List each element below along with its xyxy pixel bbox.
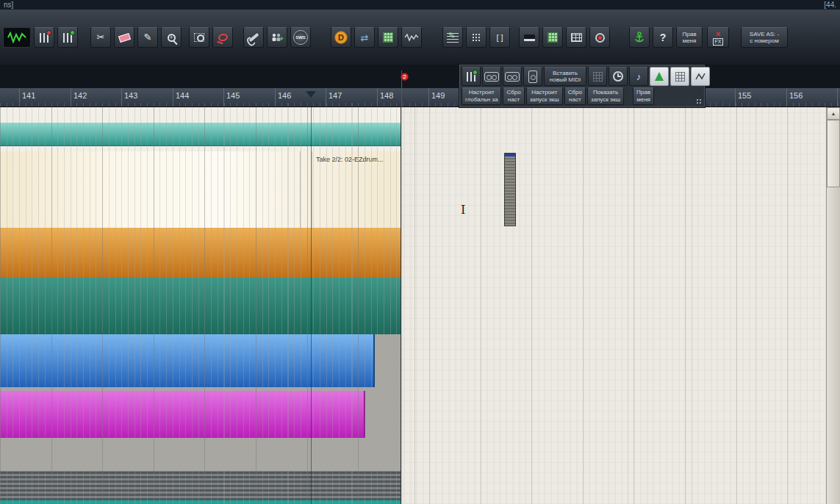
item-split-line xyxy=(312,151,312,228)
track-item-dark-teal[interactable] xyxy=(0,278,401,334)
scissors-icon: ✂ xyxy=(97,32,105,43)
mixer-green-button[interactable] xyxy=(57,27,78,48)
empty-grid-region[interactable]: I xyxy=(402,107,826,504)
app-logo xyxy=(3,27,31,48)
grid-snap-button[interactable] xyxy=(378,27,398,48)
fx-remove-button[interactable]: × FX xyxy=(707,27,729,48)
resize-grip[interactable] xyxy=(696,98,703,105)
midi-pencil-icon: ✎ xyxy=(447,33,459,43)
zoom-select-button[interactable] xyxy=(189,27,209,48)
sws-button[interactable]: SWS xyxy=(290,27,311,48)
button-label: Вставить xyxy=(553,70,578,76)
fx-label: FX xyxy=(713,38,724,46)
grouping-button[interactable] xyxy=(267,27,287,48)
tape-vertical-button[interactable] xyxy=(523,67,542,86)
tape-button-b[interactable] xyxy=(503,67,522,86)
floating-toolbar[interactable]: Вставить новый MIDI ♪ Настроитглобальн з… xyxy=(459,65,705,107)
playhead-triangle-icon[interactable] xyxy=(306,91,316,98)
sws-icon: SWS xyxy=(293,30,308,45)
midi-draw-button[interactable]: ✎ xyxy=(442,27,463,48)
piano-hammer-button[interactable] xyxy=(519,27,539,48)
settings-button[interactable] xyxy=(243,27,264,48)
action-button[interactable]: Показатьзапуск экш xyxy=(587,87,624,105)
mixer-red-button[interactable] xyxy=(34,27,54,48)
brackets-button[interactable]: [ ] xyxy=(489,27,510,48)
grid-light-button[interactable] xyxy=(670,67,689,86)
record-icon xyxy=(595,33,605,43)
magnifier-box-icon xyxy=(194,33,204,42)
track-item-cream[interactable]: Take 2/2: 02-EZdrum... xyxy=(0,151,401,228)
track-item-orange[interactable] xyxy=(0,228,401,278)
tape-reels-icon xyxy=(484,72,499,82)
note-button[interactable]: ♪ xyxy=(629,67,648,86)
metronome-button[interactable] xyxy=(650,67,669,86)
sub-header xyxy=(0,65,840,88)
float-toolbar-row1: Вставить новый MIDI ♪ xyxy=(462,67,711,86)
tape-reels-icon xyxy=(505,72,520,82)
table-icon xyxy=(571,33,582,42)
action-button[interactable]: Настроитглобальн за xyxy=(462,87,501,105)
cut-button[interactable]: ✂ xyxy=(90,27,111,48)
clock-button[interactable] xyxy=(609,67,628,86)
ruler-tick: 157 xyxy=(837,88,838,107)
ruler-tick: 147 xyxy=(326,88,326,107)
record-mode-button[interactable] xyxy=(589,27,610,48)
scrollbar-up-button[interactable]: ▲ xyxy=(827,107,840,120)
vertical-scrollbar[interactable]: ▲ xyxy=(826,107,840,504)
track-item-white[interactable] xyxy=(0,107,401,123)
waveform-logo-icon xyxy=(7,32,26,43)
red-x-icon: × xyxy=(716,30,720,37)
mixer-visibility-button[interactable] xyxy=(462,67,481,86)
button-label: меня xyxy=(683,37,697,44)
edit-rights-button[interactable]: Прав меня xyxy=(676,27,703,48)
tape-button-a[interactable] xyxy=(482,67,501,86)
zoom-in-button[interactable] xyxy=(161,27,182,48)
grid-snap-button-2[interactable] xyxy=(542,27,563,48)
track-item-blue[interactable] xyxy=(0,334,375,387)
green-grid-icon xyxy=(548,32,558,43)
track-items-region[interactable]: Take 2/2: 02-EZdrum... xyxy=(0,107,401,504)
action-button[interactable]: Сбронаст xyxy=(503,87,524,105)
arrows-icon: ⇄ xyxy=(361,33,369,43)
ruler-tick: 141 xyxy=(19,88,20,107)
ruler-tick: 144 xyxy=(173,88,173,107)
table-view-button[interactable] xyxy=(566,27,586,48)
toolbar-button-row: ✂ ✎ SWS D ⇄ ✎ [ ] xyxy=(3,27,791,48)
insert-midi-button[interactable]: Вставить новый MIDI xyxy=(544,67,586,86)
anchor-button[interactable] xyxy=(629,27,650,48)
scrollbar-thumb[interactable] xyxy=(827,120,840,187)
midi-item[interactable] xyxy=(504,153,516,226)
ruler-tick: 155 xyxy=(735,88,736,107)
timeline-ruler[interactable]: 141142143144145146147148149155156157 xyxy=(0,88,840,107)
help-button[interactable]: ? xyxy=(653,27,673,48)
docker-button[interactable]: D xyxy=(331,27,351,48)
draw-button[interactable]: ✎ xyxy=(137,27,158,48)
waveform-button[interactable] xyxy=(401,27,422,48)
grid-dots-button[interactable] xyxy=(466,27,487,48)
green-dot-icon xyxy=(70,30,75,35)
question-icon: ? xyxy=(660,32,667,43)
edit-cursor-line xyxy=(311,107,312,504)
waveform-icon xyxy=(405,33,418,42)
magnifier-plus-icon xyxy=(168,34,176,42)
save-as-button[interactable]: SAVE AS: - с номером xyxy=(741,27,788,48)
ruler-tick: 143 xyxy=(121,88,122,107)
undo-redo-button[interactable]: ⇄ xyxy=(354,27,375,48)
envelope-button[interactable] xyxy=(691,67,710,86)
arrange-area[interactable]: Take 2/2: 02-EZdrum... I ▲ xyxy=(0,107,840,504)
lasso-select-button[interactable] xyxy=(212,27,233,48)
track-item-striped[interactable] xyxy=(0,471,401,500)
users-icon xyxy=(270,32,284,43)
erase-button[interactable] xyxy=(114,27,134,48)
button-label: с номером xyxy=(750,37,778,44)
window-title-left: ns] xyxy=(4,0,13,10)
dot-grid-icon xyxy=(472,33,481,43)
ruler-tick: 145 xyxy=(223,88,224,107)
action-button[interactable]: Настроитзапуск экш xyxy=(526,87,563,105)
action-button[interactable]: Сбронаст xyxy=(564,87,586,105)
grid-faded-button[interactable] xyxy=(588,67,607,86)
action-button[interactable]: Правменя xyxy=(633,87,654,105)
track-item-teal[interactable] xyxy=(0,123,401,146)
marker-badge[interactable]: 2 xyxy=(401,73,409,81)
tape-vertical-icon xyxy=(528,71,537,83)
